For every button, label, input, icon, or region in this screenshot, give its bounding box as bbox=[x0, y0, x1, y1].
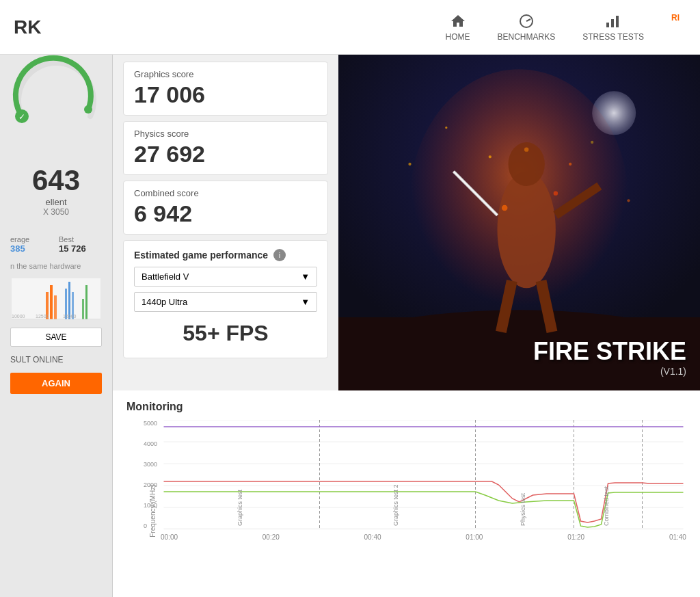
game-select-arrow: ▼ bbox=[301, 271, 310, 282]
svg-rect-9 bbox=[50, 285, 53, 319]
svg-rect-1 bbox=[606, 23, 609, 27]
time-tick-5: 01:40 bbox=[669, 533, 686, 541]
svg-point-4 bbox=[84, 105, 92, 114]
combined-score-card: Combined score 6 942 bbox=[123, 181, 328, 235]
svg-text:12500: 12500 bbox=[36, 314, 49, 319]
time-tick-4: 01:20 bbox=[567, 533, 584, 541]
top-nav: RK HOME BENCHMARKS STRESS TESTS RI bbox=[0, 0, 700, 55]
fire-strike-title: FIRE STRIKE bbox=[533, 337, 686, 366]
best-label: Best bbox=[59, 235, 102, 243]
best-value: 15 726 bbox=[59, 243, 102, 254]
svg-rect-2 bbox=[611, 19, 614, 27]
save-button[interactable]: SAVE bbox=[10, 328, 102, 347]
fire-strike-version: (V1.1) bbox=[533, 366, 686, 377]
svg-text:✓: ✓ bbox=[18, 112, 25, 122]
avg-label: erage bbox=[10, 235, 53, 243]
gauge-svg: ✓ bbox=[12, 48, 100, 137]
main-content: ✓ 643 ellent X 3050 erage 385 Best 15 72… bbox=[0, 55, 700, 597]
svg-text:15000: 15000 bbox=[63, 314, 77, 319]
physics-score-label: Physics score bbox=[134, 129, 317, 139]
nav-results[interactable]: RI bbox=[671, 13, 679, 42]
time-tick-2: 00:40 bbox=[364, 533, 381, 541]
combined-score-value: 6 942 bbox=[134, 200, 317, 227]
physics-score-card: Physics score 27 692 bbox=[123, 121, 328, 175]
physics-score-value: 27 692 bbox=[134, 141, 317, 168]
svg-point-39 bbox=[591, 141, 593, 144]
run-again-button[interactable]: AGAIN bbox=[10, 373, 102, 394]
monitoring-chart: Graphics test Graphics test 2 Physics te… bbox=[161, 420, 686, 529]
svg-point-38 bbox=[627, 199, 630, 202]
same-hw-text: n the same hardware bbox=[10, 262, 102, 270]
app-logo: RK bbox=[14, 16, 41, 38]
fire-strike-overlay: FIRE STRIKE (V1.1) bbox=[533, 337, 686, 377]
svg-point-40 bbox=[445, 127, 447, 129]
avg-value: 385 bbox=[10, 243, 53, 254]
resolution-select-value: 1440p Ultra bbox=[142, 297, 187, 307]
svg-text:10000: 10000 bbox=[12, 314, 25, 319]
svg-text:Combined test: Combined test bbox=[603, 486, 610, 526]
avg-best-row: erage 385 Best 15 726 bbox=[10, 235, 102, 254]
graphics-score-label: Graphics score bbox=[134, 69, 317, 79]
svg-point-34 bbox=[524, 147, 528, 151]
time-tick-0: 00:00 bbox=[161, 533, 178, 541]
gauge-container: ✓ bbox=[12, 68, 100, 123]
total-score: 643 bbox=[32, 164, 80, 197]
nav-benchmarks[interactable]: BENCHMARKS bbox=[498, 13, 556, 42]
score-cards: Graphics score 17 006 Physics score 27 6… bbox=[113, 55, 338, 390]
combined-score-label: Combined score bbox=[134, 188, 317, 198]
best-col: Best 15 726 bbox=[59, 235, 102, 254]
game-perf-card: Estimated game performance i Battlefield… bbox=[123, 240, 328, 358]
svg-point-35 bbox=[489, 155, 492, 158]
resolution-select-arrow: ▼ bbox=[301, 297, 310, 307]
gauge-area: ✓ 643 ellent X 3050 bbox=[10, 68, 102, 217]
nav-stress-tests[interactable]: STRESS TESTS bbox=[582, 13, 644, 42]
svg-rect-15 bbox=[85, 285, 88, 319]
game-perf-title: Estimated game performance bbox=[134, 250, 268, 261]
result-online[interactable]: SULT ONLINE bbox=[10, 355, 102, 364]
score-rating: ellent bbox=[45, 197, 66, 207]
right-content: Graphics score 17 006 Physics score 27 6… bbox=[113, 55, 700, 597]
sidebar: ✓ 643 ellent X 3050 erage 385 Best 15 72… bbox=[0, 55, 113, 597]
time-tick-3: 01:00 bbox=[466, 533, 483, 541]
fire-strike-scene: FIRE STRIKE (V1.1) bbox=[338, 55, 700, 390]
monitoring-title: Monitoring bbox=[126, 401, 686, 413]
game-select-dropdown[interactable]: Battlefield V ▼ bbox=[134, 267, 317, 287]
game-select-value: Battlefield V bbox=[142, 271, 189, 282]
time-tick-1: 00:20 bbox=[262, 533, 280, 541]
hardware-label: X 3050 bbox=[43, 207, 69, 217]
fire-strike-image: FIRE STRIKE (V1.1) bbox=[338, 55, 700, 390]
svg-text:Graphics test: Graphics test bbox=[237, 489, 243, 526]
graphics-score-value: 17 006 bbox=[134, 81, 317, 108]
nav-items: HOME BENCHMARKS STRESS TESTS RI bbox=[446, 13, 680, 42]
avg-col: erage 385 bbox=[10, 235, 53, 254]
svg-text:Physics test: Physics test bbox=[520, 492, 526, 526]
fps-value: 55+ FPS bbox=[134, 317, 317, 349]
top-row: Graphics score 17 006 Physics score 27 6… bbox=[113, 55, 700, 390]
svg-point-37 bbox=[408, 163, 411, 165]
svg-rect-14 bbox=[82, 299, 84, 319]
svg-text:Graphics test 2: Graphics test 2 bbox=[392, 484, 399, 526]
svg-point-36 bbox=[569, 163, 571, 165]
svg-point-32 bbox=[502, 205, 508, 211]
svg-point-33 bbox=[554, 191, 558, 195]
monitoring-section: Monitoring Frequency (MHz) 5000 4000 300… bbox=[113, 390, 700, 597]
info-icon[interactable]: i bbox=[273, 249, 286, 261]
nav-home[interactable]: HOME bbox=[446, 13, 470, 42]
graphics-score-card: Graphics score 17 006 bbox=[123, 62, 328, 116]
resolution-select-dropdown[interactable]: 1440p Ultra ▼ bbox=[134, 292, 317, 312]
game-perf-header: Estimated game performance i bbox=[134, 249, 317, 261]
svg-rect-3 bbox=[616, 16, 619, 27]
svg-point-25 bbox=[497, 172, 555, 289]
mini-chart: 10000 12500 15000 bbox=[10, 278, 102, 319]
svg-rect-10 bbox=[54, 295, 57, 319]
